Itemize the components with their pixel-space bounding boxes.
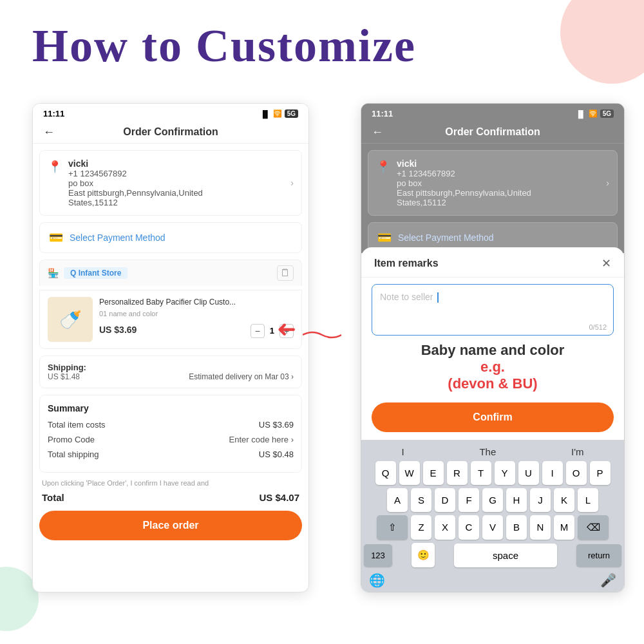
key-x[interactable]: X xyxy=(435,515,455,540)
mic-icon[interactable]: 🎤 xyxy=(600,573,616,588)
left-status-bar: 11:11 ▐▌ 🛜 5G xyxy=(33,104,308,121)
left-address-name: vicki xyxy=(68,158,294,169)
key-q[interactable]: Q xyxy=(375,461,396,485)
key-b[interactable]: B xyxy=(506,515,527,540)
hint-example: (devon & BU) xyxy=(448,375,537,392)
key-y[interactable]: Y xyxy=(495,461,515,485)
keyboard-bottom-row: 123 🙂 space return xyxy=(364,543,621,567)
signal-icon: ▐▌ xyxy=(260,110,270,118)
right-wifi-icon: 🛜 xyxy=(589,109,598,118)
key-r[interactable]: R xyxy=(447,461,468,485)
total-label: Total xyxy=(42,492,64,503)
key-j[interactable]: J xyxy=(530,488,551,512)
suggestion-the[interactable]: The xyxy=(479,446,496,457)
confirm-button[interactable]: Confirm xyxy=(372,402,614,432)
key-t[interactable]: T xyxy=(471,461,491,485)
red-arrow-icon: ➜ xyxy=(277,316,296,343)
globe-icon[interactable]: 🌐 xyxy=(369,573,385,588)
suggestion-im[interactable]: I'm xyxy=(571,446,584,457)
key-f[interactable]: F xyxy=(459,488,479,512)
left-address-card[interactable]: 📍 vicki +1 1234567892 po box East pittsb… xyxy=(39,150,302,216)
left-summary-card: Summary Total item costs US $3.69 Promo … xyxy=(39,395,302,473)
key-i[interactable]: I xyxy=(542,461,563,485)
key-l[interactable]: L xyxy=(578,488,598,512)
left-payment-text: Select Payment Method xyxy=(70,232,166,243)
page-title: How to Customize xyxy=(32,19,416,73)
right-payment-text: Select Payment Method xyxy=(398,232,494,243)
right-address-line1: po box xyxy=(397,178,609,188)
summary-promo-row[interactable]: Promo Code Enter code here › xyxy=(48,435,294,444)
note-counter: 0/512 xyxy=(589,323,607,331)
key-h[interactable]: H xyxy=(506,488,527,512)
shift-key[interactable]: ⇧ xyxy=(377,515,408,540)
modal-close-button[interactable]: ✕ xyxy=(601,256,611,270)
promo-value: Enter code here › xyxy=(229,435,294,444)
right-address-line3: States,15112 xyxy=(397,198,609,207)
key-c[interactable]: C xyxy=(459,515,479,540)
shipping-cost: US $1.48 xyxy=(48,372,86,381)
right-header-dimmed: 11:11 ▐▌ 🛜 5G ← Order Confirmation 📍 vic… xyxy=(361,104,624,253)
left-phone-screenshot: 11:11 ▐▌ 🛜 5G ← Order Confirmation 📍 vic… xyxy=(32,103,309,592)
key-u[interactable]: U xyxy=(518,461,539,485)
key-e[interactable]: E xyxy=(423,461,444,485)
keyboard-row-2: A S D F G H J K L xyxy=(364,488,621,512)
key-w[interactable]: W xyxy=(399,461,420,485)
note-icon[interactable]: 🗒 xyxy=(277,265,294,281)
left-store-header: 🏪 Q Infant Store 🗒 xyxy=(39,260,302,286)
key-s[interactable]: S xyxy=(411,488,431,512)
key-p[interactable]: P xyxy=(590,461,611,485)
left-nav-bar: ← Order Confirmation xyxy=(33,121,308,144)
right-address-card[interactable]: 📍 vicki +1 1234567892 po box East pittsb… xyxy=(368,150,618,216)
text-cursor xyxy=(437,292,439,303)
shipping-label: Shipping: xyxy=(48,363,86,372)
return-key[interactable]: return xyxy=(576,544,621,567)
disclaimer-text: Upon clicking 'Place Order', I confirm I… xyxy=(39,479,302,487)
left-address-line2: East pittsburgh,Pennsylvania,United xyxy=(68,188,294,198)
key-o[interactable]: O xyxy=(566,461,587,485)
right-address-chevron-icon: › xyxy=(606,178,609,188)
key-z[interactable]: Z xyxy=(411,515,431,540)
key-k[interactable]: K xyxy=(554,488,574,512)
hint-eg-label: e.g. xyxy=(480,359,505,375)
right-status-bar: 11:11 ▐▌ 🛜 5G xyxy=(361,104,624,121)
key-n[interactable]: N xyxy=(530,515,551,540)
total-value: US $4.07 xyxy=(259,492,299,503)
delete-key[interactable]: ⌫ xyxy=(578,515,609,540)
item-remarks-modal: Item remarks ✕ Note to seller 0/512 Baby… xyxy=(361,247,624,592)
total-row: Total US $4.07 xyxy=(39,492,302,503)
suggestion-i[interactable]: I xyxy=(401,446,404,457)
left-shipping-row: Shipping: US $1.48 Estimated delivery on… xyxy=(39,355,302,388)
numbers-key[interactable]: 123 xyxy=(364,544,392,567)
right-back-button[interactable]: ← xyxy=(372,126,383,139)
left-back-button[interactable]: ← xyxy=(43,126,55,139)
carrier-badge: 5G xyxy=(285,109,298,118)
store-name: Q Infant Store xyxy=(64,267,128,279)
place-order-button[interactable]: Place order xyxy=(39,511,302,540)
right-carrier-badge: 5G xyxy=(600,109,614,118)
address-pin-icon: 📍 xyxy=(48,160,62,174)
deco-circle-top-right xyxy=(560,0,644,84)
right-payment-icon: 💳 xyxy=(377,231,392,245)
key-g[interactable]: G xyxy=(482,488,503,512)
left-address-info: vicki +1 1234567892 po box East pittsbur… xyxy=(68,158,294,207)
right-time: 11:11 xyxy=(372,109,393,118)
left-address-phone: +1 1234567892 xyxy=(68,169,294,178)
left-payment-row[interactable]: 💳 Select Payment Method xyxy=(39,222,302,253)
right-address-line2: East pittsburgh,Pennsylvania,United xyxy=(397,188,609,198)
product-variant: 01 name and color xyxy=(99,310,294,317)
space-key[interactable]: space xyxy=(454,544,557,567)
key-a[interactable]: A xyxy=(387,488,408,512)
summary-title: Summary xyxy=(48,403,294,413)
qty-decrease-btn[interactable]: − xyxy=(251,324,265,338)
modal-title: Item remarks xyxy=(374,258,439,269)
right-nav-bar: ← Order Confirmation xyxy=(361,121,624,144)
key-d[interactable]: D xyxy=(435,488,455,512)
key-m[interactable]: M xyxy=(554,515,574,540)
keyboard-row-1: Q W E R T Y U I O P xyxy=(364,461,621,485)
right-address-phone: +1 1234567892 xyxy=(397,169,609,178)
hint-main-text: Baby name and color xyxy=(372,342,614,359)
emoji-key[interactable]: 🙂 xyxy=(412,543,435,567)
key-v[interactable]: V xyxy=(482,515,503,540)
note-to-seller-input[interactable]: Note to seller 0/512 xyxy=(372,284,614,336)
right-phone-screenshot: 11:11 ▐▌ 🛜 5G ← Order Confirmation 📍 vic… xyxy=(361,103,625,592)
